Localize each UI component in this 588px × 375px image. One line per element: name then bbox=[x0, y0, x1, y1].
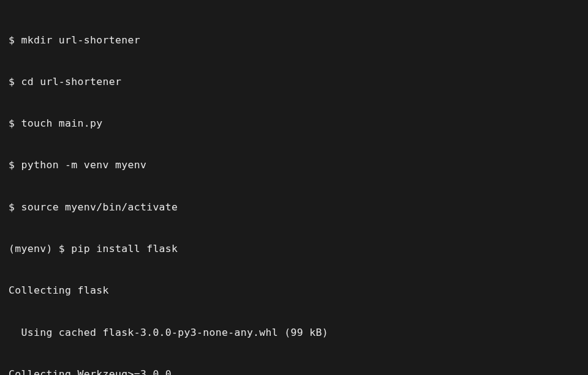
terminal-line: $ mkdir url-shortener bbox=[9, 34, 579, 48]
terminal-line: (myenv) $ pip install flask bbox=[9, 242, 579, 256]
terminal-line: $ source myenv/bin/activate bbox=[9, 201, 579, 215]
terminal-line: Using cached flask-3.0.0-py3-none-any.wh… bbox=[9, 326, 579, 340]
terminal-line: $ touch main.py bbox=[9, 117, 579, 131]
terminal-output[interactable]: $ mkdir url-shortener $ cd url-shortener… bbox=[9, 6, 579, 375]
terminal-line: Collecting flask bbox=[9, 284, 579, 298]
terminal-line: $ python -m venv myenv bbox=[9, 158, 579, 173]
terminal-line: $ cd url-shortener bbox=[9, 75, 579, 89]
terminal-line: Collecting Werkzeug>=3.0.0 bbox=[9, 368, 579, 375]
